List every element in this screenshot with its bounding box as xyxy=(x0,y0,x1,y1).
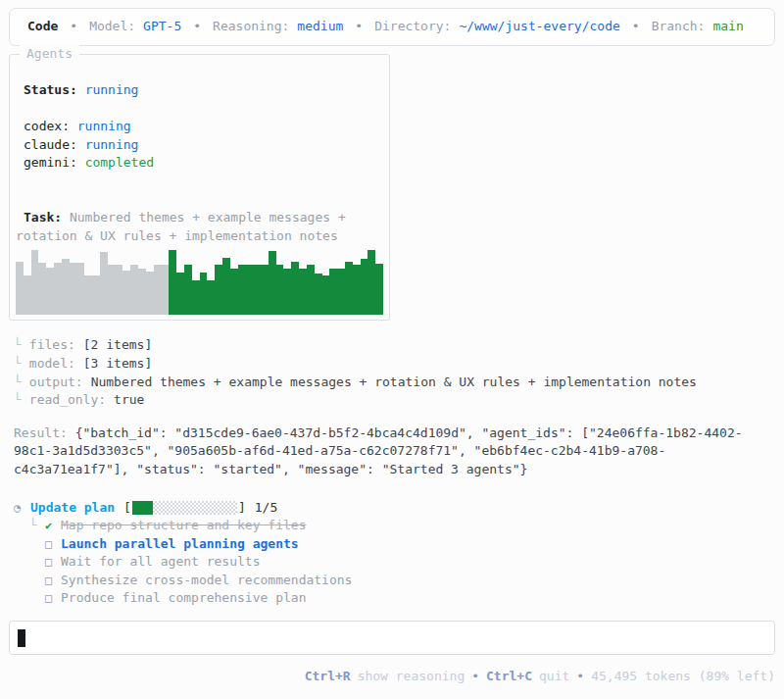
agents-panel-title: Agents xyxy=(20,45,79,64)
sparkline-bar xyxy=(375,264,383,316)
branch-segment: Branch: main xyxy=(652,18,744,36)
sparkline-bar xyxy=(169,250,176,316)
sparkline-bar xyxy=(116,265,123,315)
sparkline-bar xyxy=(345,262,353,316)
sparkline-bar xyxy=(31,250,39,316)
shortcut-show-reasoning-key: Ctrl+R xyxy=(305,668,351,686)
sparkline-bar xyxy=(16,262,24,316)
tree-branch-glyph: └ xyxy=(14,374,22,392)
agent-state: completed xyxy=(85,155,154,170)
status-bar: Ctrl+R show reasoning • Ctrl+C quit • 45… xyxy=(9,668,775,686)
directory-segment: Directory: ~/www/just-every/code xyxy=(374,18,620,36)
sparkline-bar xyxy=(329,269,337,316)
model-value: GPT-5 xyxy=(143,18,181,36)
sparkline-bar xyxy=(361,259,368,315)
param-row: └read_only:true xyxy=(14,391,775,410)
plan-item-label: Synthesize cross-model recommendations xyxy=(61,572,352,590)
text-cursor xyxy=(18,629,25,647)
sparkline-bar xyxy=(154,265,162,315)
sparkline-bar xyxy=(70,263,77,315)
tool-params-tree: └files:[2 items]└model:[3 items]└output:… xyxy=(14,336,775,409)
checkbox-icon: □ xyxy=(45,572,61,590)
branch-value: main xyxy=(712,18,743,36)
sparkline-bar xyxy=(337,269,345,316)
sparkline-bar xyxy=(77,263,85,315)
separator-dot: • xyxy=(632,18,640,36)
progress-fill xyxy=(132,501,153,515)
agents-activity-sparkline xyxy=(16,246,383,315)
sparkline-bar xyxy=(161,265,169,315)
branch-label: Branch: xyxy=(652,18,706,36)
agent-name: codex: xyxy=(24,119,70,133)
sparkline-bar xyxy=(299,269,307,316)
tool-result-block: Result: {"batch_id": "d315cde9-6ae0-437d… xyxy=(14,424,775,479)
agent-name: claude: xyxy=(24,137,77,152)
sparkline-bar xyxy=(245,265,253,315)
separator-dot: • xyxy=(70,18,77,36)
plan-item-label: Map repo structure and key files xyxy=(61,517,306,535)
checkbox-icon: □ xyxy=(45,589,61,608)
param-row: └output:Numbered themes + example messag… xyxy=(14,374,775,392)
checkbox-icon: □ xyxy=(45,535,61,554)
result-value: {"batch_id": "d315cde9-6ae0-437d-b5f2-4b… xyxy=(14,425,743,476)
tree-branch-glyph xyxy=(29,553,45,572)
app-name: Code xyxy=(27,18,58,36)
tree-branch-glyph: └ xyxy=(29,517,45,535)
sparkline-bar xyxy=(283,269,291,316)
sparkline-bar xyxy=(84,275,92,316)
status-value: running xyxy=(85,82,139,97)
sparkline-bar xyxy=(315,274,322,315)
param-row: └files:[2 items] xyxy=(14,336,775,355)
tree-branch-glyph: └ xyxy=(14,336,22,355)
shortcut-quit-label: quit xyxy=(539,668,569,686)
separator-dot: • xyxy=(193,18,201,36)
task-label: Task: xyxy=(24,210,62,225)
sparkline-bar xyxy=(138,269,146,316)
agent-row: claude: running xyxy=(16,136,383,155)
plan-progress-count: 1/5 xyxy=(255,499,277,518)
plan-item: □Wait for all agent results xyxy=(29,553,775,572)
reasoning-segment: Reasoning: medium xyxy=(213,18,343,36)
param-key: files: xyxy=(29,336,75,355)
sparkline-bar xyxy=(253,265,261,315)
status-label: Status: xyxy=(24,82,77,97)
agent-row: gemini: completed xyxy=(16,154,383,173)
title-bar: Code • Model: GPT-5 • Reasoning: medium … xyxy=(9,8,775,46)
sparkline-bar xyxy=(322,275,330,316)
agent-row: codex: running xyxy=(16,118,383,136)
model-segment: Model: GPT-5 xyxy=(89,18,181,36)
plan-item-label: Produce final comprehensive plan xyxy=(61,589,306,608)
sparkline-bar xyxy=(238,265,246,315)
tree-branch-glyph xyxy=(29,535,45,554)
param-value: true xyxy=(114,391,144,410)
result-label: Result: xyxy=(14,425,68,440)
param-key: output: xyxy=(29,374,83,392)
sparkline-bar xyxy=(146,272,154,316)
param-value: [2 items] xyxy=(83,336,152,355)
plan-item: □Synthesize cross-model recommendations xyxy=(29,572,775,590)
plan-item: └✔Map repo structure and key files xyxy=(29,517,775,535)
sparkline-bar xyxy=(192,280,200,315)
model-label: Model: xyxy=(89,18,135,36)
plan-progress-bar: [ ] xyxy=(123,499,246,518)
checkmark-icon: ✔ xyxy=(45,517,61,535)
sparkline-bar xyxy=(269,251,276,316)
tree-branch-glyph xyxy=(29,589,45,608)
progress-close-bracket: ] xyxy=(238,499,246,518)
agents-panel: Agents Status: running codex: runningcla… xyxy=(9,54,390,321)
sparkline-bar xyxy=(54,263,62,315)
directory-value: ~/www/just-every/code xyxy=(459,18,619,36)
sparkline-bar xyxy=(230,269,238,316)
update-plan-section: ◔ Update plan [ ] 1/5 └✔Map repo structu… xyxy=(9,499,775,609)
agents-status-line: Status: running xyxy=(16,81,383,100)
plan-title: Update plan xyxy=(30,499,115,518)
plan-checklist: └✔Map repo structure and key files□Launc… xyxy=(29,517,775,608)
progress-open-bracket: [ xyxy=(123,499,131,518)
separator-dot: • xyxy=(576,668,584,686)
sparkline-bar xyxy=(307,265,315,315)
task-value: Numbered themes + example messages + rot… xyxy=(16,210,346,243)
plan-item: □Launch parallel planning agents xyxy=(29,535,775,554)
message-input[interactable] xyxy=(9,621,775,655)
shortcut-quit-key: Ctrl+C xyxy=(486,668,532,686)
sparkline-bar xyxy=(46,268,54,315)
